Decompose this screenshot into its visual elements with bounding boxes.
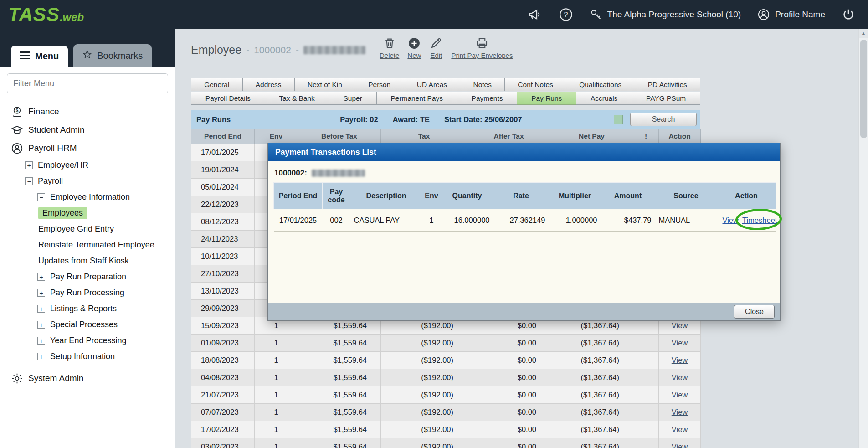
svg-text:$: $ bbox=[15, 108, 18, 113]
sidebar-item-label[interactable]: Employees bbox=[38, 207, 87, 219]
sidebar-item-setup-information[interactable]: +Setup Information bbox=[7, 349, 168, 365]
search-button[interactable]: Search bbox=[630, 113, 697, 126]
cell-action: View bbox=[659, 404, 701, 421]
bookmarks-tab[interactable]: Bookmarks bbox=[73, 44, 152, 67]
tab-address[interactable]: Address bbox=[243, 78, 295, 91]
tab-permanent-pays[interactable]: Permanent Pays bbox=[377, 92, 457, 105]
tab-next-of-kin[interactable]: Next of Kin bbox=[295, 78, 355, 91]
tass-web-logo[interactable]: TASS.web bbox=[8, 4, 84, 26]
view-pay-run-link[interactable]: View bbox=[672, 339, 688, 347]
sidebar-item-system-admin[interactable]: System Admin bbox=[7, 369, 168, 387]
expand-plus-icon[interactable]: + bbox=[37, 353, 45, 360]
sidebar-item-listings-reports[interactable]: +Listings & Reports bbox=[7, 301, 168, 317]
view-pay-run-link[interactable]: View bbox=[672, 373, 688, 381]
cell-period-end: 10/11/2023 bbox=[191, 248, 255, 265]
sidebar-item-reinstate-terminated-employee[interactable]: Reinstate Terminated Employee bbox=[7, 237, 168, 253]
view-pay-run-link[interactable]: View bbox=[672, 321, 688, 330]
tab-conf-notes[interactable]: Conf Notes bbox=[505, 78, 566, 91]
tab-pay-runs[interactable]: Pay Runs bbox=[517, 92, 576, 105]
cell-after-tax: $0.00 bbox=[467, 369, 550, 386]
expand-plus-icon[interactable]: + bbox=[37, 289, 45, 297]
school-selector[interactable]: The Alpha Progressive School (10) bbox=[590, 8, 741, 21]
expand-plus-icon[interactable]: + bbox=[37, 273, 45, 281]
sidebar-item-label[interactable]: System Admin bbox=[28, 373, 83, 383]
view-pay-run-link[interactable]: View bbox=[672, 425, 688, 433]
cell-net-pay: ($1,367.64) bbox=[550, 386, 633, 404]
sidebar-item-employee-hr[interactable]: +Employee/HR bbox=[7, 157, 168, 173]
cell-after-tax: $0.00 bbox=[467, 335, 550, 352]
sidebar-item-finance[interactable]: $Finance bbox=[7, 103, 168, 121]
column-header-before-tax: Before Tax bbox=[298, 129, 381, 144]
sidebar-item-payroll-hrm[interactable]: Payroll HRM bbox=[7, 139, 168, 157]
collapse-minus-icon[interactable]: − bbox=[25, 177, 33, 185]
sidebar-item-label[interactable]: Student Admin bbox=[28, 125, 85, 135]
panel-header: Pay Runs Payroll: 02 Award: TE Start Dat… bbox=[191, 110, 700, 129]
tab-notes[interactable]: Notes bbox=[460, 78, 505, 91]
sidebar-item-label[interactable]: Listings & Reports bbox=[50, 304, 117, 314]
cell-tax: ($192.00) bbox=[381, 386, 467, 404]
edit-button[interactable]: Edit bbox=[429, 36, 443, 59]
tab-accruals[interactable]: Accruals bbox=[576, 92, 632, 105]
vertical-scrollbar[interactable]: ▲ bbox=[858, 29, 868, 448]
tab-qualifications[interactable]: Qualifications bbox=[566, 78, 635, 91]
sidebar-item-label[interactable]: Employee/HR bbox=[38, 160, 88, 170]
profile-menu[interactable]: Profile Name bbox=[757, 8, 825, 21]
expand-plus-icon[interactable]: + bbox=[37, 321, 45, 329]
delete-button[interactable]: Delete bbox=[380, 36, 399, 59]
sidebar-item-payroll[interactable]: −Payroll bbox=[7, 173, 168, 189]
tab-payments[interactable]: Payments bbox=[457, 92, 518, 105]
sidebar-item-label[interactable]: Year End Processing bbox=[50, 336, 126, 345]
tab-tax-bank[interactable]: Tax & Bank bbox=[265, 92, 329, 105]
sidebar-item-pay-run-preparation[interactable]: +Pay Run Preparation bbox=[7, 269, 168, 285]
announcements-icon[interactable] bbox=[528, 7, 542, 22]
sidebar-item-label[interactable]: Setup Information bbox=[50, 352, 115, 361]
tab-ud-areas[interactable]: UD Areas bbox=[404, 78, 461, 91]
sidebar-item-label[interactable]: Updates from Staff Kiosk bbox=[38, 256, 129, 266]
logout-power-icon[interactable] bbox=[842, 8, 855, 21]
sidebar-item-label[interactable]: Finance bbox=[28, 107, 59, 117]
sidebar-item-updates-from-staff-kiosk[interactable]: Updates from Staff Kiosk bbox=[7, 253, 168, 269]
view-pay-run-link[interactable]: View bbox=[672, 391, 688, 399]
sidebar-item-year-end-processing[interactable]: +Year End Processing bbox=[7, 333, 168, 349]
sidebar-item-label[interactable]: Pay Run Preparation bbox=[50, 272, 126, 282]
close-button[interactable]: Close bbox=[734, 305, 775, 319]
view-pay-run-link[interactable]: View bbox=[672, 356, 688, 364]
sidebar-item-special-processes[interactable]: +Special Processes bbox=[7, 317, 168, 333]
sidebar-item-student-admin[interactable]: Student Admin bbox=[7, 121, 168, 139]
print-pay-envelopes-button[interactable]: Print Pay Envelopes bbox=[451, 36, 513, 59]
sidebar-item-employee-information[interactable]: −Employee Information bbox=[7, 189, 168, 205]
sidebar-item-label[interactable]: Special Processes bbox=[50, 320, 118, 330]
sidebar-item-label[interactable]: Employee Information bbox=[50, 192, 130, 202]
collapse-minus-icon[interactable]: − bbox=[37, 193, 45, 201]
tab-payroll-details[interactable]: Payroll Details bbox=[191, 92, 265, 105]
menu-tab[interactable]: Menu bbox=[11, 46, 68, 67]
sidebar-item-pay-run-processing[interactable]: +Pay Run Processing bbox=[7, 285, 168, 301]
tab-pd-activities[interactable]: PD Activities bbox=[635, 78, 701, 91]
school-name: The Alpha Progressive School (10) bbox=[607, 10, 741, 20]
view-transaction-link[interactable]: View bbox=[723, 216, 739, 224]
filter-menu-input[interactable] bbox=[7, 73, 168, 93]
sidebar-item-label[interactable]: Payroll HRM bbox=[28, 143, 77, 153]
sidebar-item-employee-grid-entry[interactable]: Employee Grid Entry bbox=[7, 221, 168, 237]
tab-payg-psum[interactable]: PAYG PSum bbox=[632, 92, 700, 105]
expand-plus-icon[interactable]: + bbox=[25, 161, 33, 169]
tab-general[interactable]: General bbox=[191, 78, 243, 91]
cell-env: 1 bbox=[255, 438, 298, 448]
expand-plus-icon[interactable]: + bbox=[37, 337, 45, 345]
new-button[interactable]: New bbox=[407, 36, 421, 59]
tab-person[interactable]: Person bbox=[355, 78, 404, 91]
scrollbar-thumb[interactable] bbox=[860, 40, 867, 138]
sidebar-item-label[interactable]: Reinstate Terminated Employee bbox=[38, 240, 154, 250]
timesheet-link[interactable]: Timesheet bbox=[742, 216, 777, 224]
view-pay-run-link[interactable]: View bbox=[672, 408, 688, 416]
sidebar-item-label[interactable]: Payroll bbox=[38, 176, 63, 186]
tab-super[interactable]: Super bbox=[329, 92, 377, 105]
scroll-up-icon[interactable]: ▲ bbox=[859, 29, 868, 38]
sidebar-item-label[interactable]: Employee Grid Entry bbox=[38, 224, 114, 234]
sidebar-item-label[interactable]: Pay Run Processing bbox=[50, 288, 124, 298]
expand-plus-icon[interactable]: + bbox=[37, 305, 45, 313]
sidebar-item-employees[interactable]: Employees bbox=[7, 205, 168, 221]
view-pay-run-link[interactable]: View bbox=[672, 443, 688, 448]
help-icon[interactable]: ? bbox=[559, 7, 573, 22]
modal-title-bar[interactable]: Payment Transactions List bbox=[268, 143, 780, 161]
